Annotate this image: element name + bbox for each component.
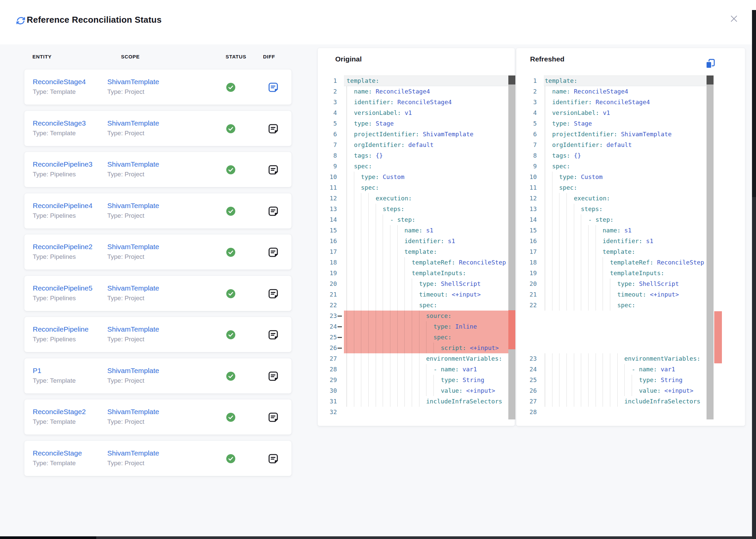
code-line: 17template: [318,246,515,257]
table-row: ReconcileStage3Type: TemplateShivamTempl… [24,111,292,146]
diff-icon[interactable] [268,206,279,217]
line-number: 12 [318,193,337,204]
entity-link[interactable]: ReconcileStage2 [33,408,86,416]
original-code-area[interactable]: 1template:2name: ReconcileStage43identif… [318,75,515,419]
diff-icon[interactable] [268,453,279,464]
table-row: ReconcilePipeline2Type: PipelinesShivamT… [24,234,292,270]
scope-link[interactable]: ShivamTemplate [107,160,159,168]
diff-icon[interactable] [268,412,279,423]
table-row: P1Type: TemplateShivamTemplateType: Proj… [24,358,292,394]
code-line: 23source: [318,311,515,321]
entity-type-label: Type: Template [33,418,76,425]
line-number: 9 [516,161,537,172]
diff-icon[interactable] [268,123,279,134]
scope-link[interactable]: ShivamTemplate [107,284,159,292]
line-number: 14 [318,214,337,225]
status-success-icon [226,454,235,463]
code-line: 26script: <+input> [318,343,515,353]
status-success-icon [226,330,235,339]
line-number: 29 [318,375,337,385]
line-number: 21 [318,289,337,300]
close-icon[interactable] [729,14,739,23]
code-line: 14- step: [318,214,515,225]
line-number: 18 [516,257,537,268]
code-line: 4versionLabel: v1 [318,108,515,118]
diff-icon[interactable] [268,164,279,175]
refreshed-vertical-scrollbar[interactable] [707,75,714,419]
line-number: 23 [318,311,337,321]
code-line: 5type: Stage [318,118,515,129]
entity-link[interactable]: ReconcilePipeline2 [33,243,93,251]
line-number: 4 [516,108,537,118]
diff-overview-marker [714,311,722,363]
line-number: 17 [318,246,337,257]
removed-line-marker [338,337,342,338]
diff-icon[interactable] [268,288,279,299]
window-horizontal-scrollbar-thumb[interactable] [0,536,96,539]
original-panel: Original1template:2name: ReconcileStage4… [318,48,515,426]
line-number: 31 [318,396,337,407]
refresh-icon[interactable] [15,15,26,26]
scope-link[interactable]: ShivamTemplate [107,325,159,333]
code-line: 15name: s1 [318,225,515,236]
scope-link[interactable]: ShivamTemplate [107,449,159,457]
original-vertical-scrollbar[interactable] [508,75,515,419]
diff-icon[interactable] [268,82,279,93]
code-line: 9spec: [318,161,515,172]
table-row: ReconcileStageType: TemplateShivamTempla… [24,440,292,476]
scope-link[interactable]: ShivamTemplate [107,367,159,375]
line-number: 2 [318,86,337,97]
entity-link[interactable]: P1 [33,367,41,375]
entity-type-label: Type: Pipelines [33,212,76,219]
window-horizontal-scrollbar[interactable] [0,536,756,539]
table-row: ReconcileStage4Type: TemplateShivamTempl… [24,69,292,105]
window-vertical-scrollbar-thumb[interactable] [752,10,756,197]
scope-type-label: Type: Project [107,253,144,260]
scope-link[interactable]: ShivamTemplate [107,408,159,416]
scope-link[interactable]: ShivamTemplate [107,202,159,210]
scope-type-label: Type: Project [107,171,144,178]
line-number: 26 [318,343,337,353]
diff-icon[interactable] [268,371,279,382]
table-row: ReconcilePipeline3Type: PipelinesShivamT… [24,152,292,187]
entity-link[interactable]: ReconcilePipeline5 [33,284,93,292]
diff-icon[interactable] [268,329,279,340]
line-number: 30 [318,385,337,396]
table-row: ReconcileStage2Type: TemplateShivamTempl… [24,399,292,435]
entity-link[interactable]: ReconcilePipeline4 [33,202,93,210]
scope-type-label: Type: Project [107,295,144,302]
line-number: 27 [318,353,337,364]
copy-icon[interactable] [705,58,716,69]
line-number: 10 [318,172,337,182]
scope-link[interactable]: ShivamTemplate [107,243,159,251]
line-number: 22 [318,300,337,311]
line-number: 8 [318,150,337,161]
code-line: 2name: ReconcileStage4 [318,86,515,97]
scope-link[interactable]: ShivamTemplate [107,119,159,127]
line-number: 13 [318,204,337,214]
scope-type-label: Type: Project [107,212,144,219]
line-number: 4 [318,108,337,118]
table-row: ReconcilePipeline4Type: PipelinesShivamT… [24,193,292,229]
entity-link[interactable]: ReconcileStage3 [33,119,86,127]
diff-icon[interactable] [268,247,279,258]
scope-type-label: Type: Project [107,418,144,425]
entity-type-label: Type: Pipelines [33,253,76,260]
table-row: ReconcilePipelineType: PipelinesShivamTe… [24,317,292,352]
code-line: 1template: [318,75,515,86]
line-number: 16 [516,236,537,246]
entity-link[interactable]: ReconcileStage4 [33,78,86,86]
entity-type-label: Type: Template [33,377,76,384]
line-number: 12 [516,193,537,204]
scope-link[interactable]: ShivamTemplate [107,78,159,86]
entity-link[interactable]: ReconcilePipeline [33,325,89,333]
code-line: 12execution: [318,193,515,204]
code-line: 29type: String [318,375,515,385]
line-number: 8 [516,150,537,161]
entity-link[interactable]: ReconcileStage [33,449,82,457]
line-number: 27 [516,396,537,407]
column-header-scope: SCOPE [121,54,140,59]
entity-link[interactable]: ReconcilePipeline3 [33,160,93,168]
code-line: 31includeInfraSelectors [318,396,515,407]
status-success-icon [226,124,235,133]
